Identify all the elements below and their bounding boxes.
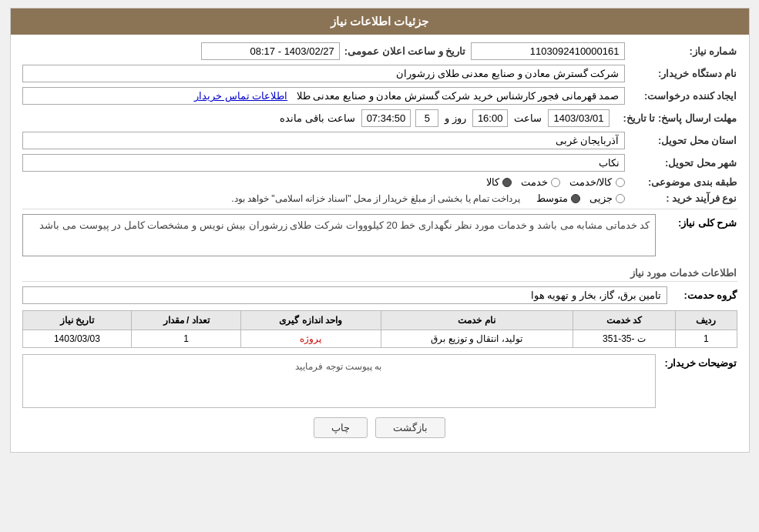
buyer-notes-placeholder: به پیوست توجه فرمایید [26, 358, 652, 372]
row-category: طبقه بندی موضوعی: کالا/خدمت خدمت کالا [22, 176, 737, 188]
row-purchase-type: نوع فرآیند خرید : جزیی متوسط پرداخت تمام… [22, 192, 737, 204]
col-header-row: ردیف [676, 311, 737, 330]
row-province: استان محل تحویل: آذربایجان غربی [22, 132, 737, 149]
need-number-value: 1103092410000161 [471, 42, 625, 60]
service-group-row: گروه حدمت: تامین برق، گاز، بخار و تهویه … [22, 286, 737, 304]
creator-label: ایجاد کننده درخواست: [630, 90, 737, 102]
category-label: طبقه بندی موضوعی: [630, 176, 737, 188]
cell-date: 1403/03/03 [22, 330, 132, 348]
col-header-date: تاریخ نیاز [22, 311, 132, 330]
category-khedmat-radio [551, 178, 560, 187]
province-value: آذربایجان غربی [22, 132, 625, 149]
purchase-motavaset-option: متوسط [536, 192, 580, 204]
service-group-value: تامین برق، گاز، بخار و تهویه هوا [22, 286, 667, 304]
purchase-type-note: پرداخت تمام یا بخشی از مبلغ خریدار از مح… [231, 193, 520, 204]
back-button[interactable]: بازگشت [375, 417, 445, 438]
announcement-label: تاریخ و ساعت اعلان عمومی: [344, 45, 466, 57]
purchase-type-label: نوع فرآیند خرید : [630, 192, 737, 204]
print-button[interactable]: چاپ [314, 417, 368, 438]
category-kala-radio [502, 178, 512, 187]
services-section-title: اطلاعات خدمات مورد نیاز [22, 267, 737, 282]
col-header-qty: تعداد / مقدار [132, 311, 241, 330]
service-group-label: گروه حدمت: [672, 289, 737, 301]
cell-code: ت -35-351 [573, 330, 676, 348]
category-kala-khedmat-radio [616, 178, 625, 187]
purchase-type-radio-group: جزیی متوسط پرداخت تمام یا بخشی از مبلغ خ… [231, 192, 624, 204]
page-header: جزئیات اطلاعات نیاز [11, 8, 749, 35]
category-kala-khedmat-option: کالا/خدمت [569, 176, 625, 188]
deadline-days-label: روز و [445, 112, 466, 124]
buyer-name-label: نام دستگاه خریدار: [630, 68, 737, 79]
table-row: 1 ت -35-351 تولید، انتقال و توزیع برق پر… [22, 330, 737, 348]
purchase-motavaset-radio [571, 194, 580, 203]
cell-unit: پروژه [241, 330, 381, 348]
purchase-motavaset-label: متوسط [536, 192, 568, 204]
deadline-label: مهلت ارسال پاسخ: تا تاریخ: [614, 112, 737, 124]
divider-1 [22, 209, 737, 209]
col-header-code: کد خدمت [573, 311, 676, 330]
page-title: جزئیات اطلاعات نیاز [331, 15, 428, 28]
buyer-notes-label: توضیحات خریدار: [660, 354, 737, 369]
col-header-name: نام خدمت [381, 311, 573, 330]
category-kala-option: کالا [486, 176, 512, 188]
purchase-jazei-option: جزیی [589, 192, 625, 204]
deadline-time: 16:00 [472, 109, 509, 127]
buyer-notes-box: به پیوست توجه فرمایید [22, 354, 656, 408]
buyer-name-value: شرکت گسترش معادن و صنایع معدنی طلای زرشو… [22, 65, 625, 82]
row-deadline: مهلت ارسال پاسخ: تا تاریخ: 1403/03/01 سا… [22, 109, 737, 127]
cell-row: 1 [676, 330, 737, 348]
category-khedmat-label: خدمت [521, 176, 548, 188]
cell-name: تولید، انتقال و توزیع برق [381, 330, 573, 348]
category-kala-khedmat-label: کالا/خدمت [569, 176, 613, 188]
row-buyer-name: نام دستگاه خریدار: شرکت گسترش معادن و صن… [22, 65, 737, 82]
creator-value: صمد قهرمانی فجور کارشناس خرید شرکت گسترش… [22, 87, 625, 105]
main-container: جزئیات اطلاعات نیاز شماره نیاز: 11030924… [10, 8, 750, 453]
description-value: کد خدماتی مشابه می باشد و خدمات مورد نظر… [22, 214, 656, 256]
description-section: شرح کلی نیاز: کد خدماتی مشابه می باشد و … [22, 214, 737, 259]
deadline-time-label: ساعت [514, 112, 542, 124]
deadline-remaining: 07:34:50 [361, 109, 411, 127]
city-value: نکاب [22, 154, 625, 172]
row-city: شهر محل تحویل: نکاب [22, 154, 737, 172]
buyer-notes-section: توضیحات خریدار: به پیوست توجه فرمایید [22, 354, 737, 408]
category-radio-group: کالا/خدمت خدمت کالا [486, 176, 625, 188]
deadline-days: 5 [415, 109, 438, 127]
description-label: شرح کلی نیاز: [660, 214, 737, 229]
purchase-jazei-radio [616, 194, 625, 203]
button-row: بازگشت چاپ [22, 417, 737, 438]
table-header-row: ردیف کد خدمت نام خدمت واحد اندازه گیری ت… [22, 311, 737, 330]
col-header-unit: واحد اندازه گیری [241, 311, 381, 330]
need-number-label: شماره نیاز: [630, 45, 737, 57]
service-table: ردیف کد خدمت نام خدمت واحد اندازه گیری ت… [22, 310, 737, 348]
creator-contact-link[interactable]: اطلاعات تماس خریدار [194, 90, 287, 102]
cell-qty: 1 [132, 330, 241, 348]
purchase-jazei-label: جزیی [589, 192, 613, 204]
announcement-value: 1403/02/27 - 08:17 [201, 42, 340, 60]
content-area: شماره نیاز: 1103092410000161 تاریخ و ساع… [11, 35, 749, 452]
deadline-date: 1403/03/01 [548, 109, 609, 127]
category-khedmat-option: خدمت [521, 176, 560, 188]
row-need-number: شماره نیاز: 1103092410000161 تاریخ و ساع… [22, 42, 737, 60]
city-label: شهر محل تحویل: [630, 157, 737, 169]
row-creator: ایجاد کننده درخواست: صمد قهرمانی فجور کا… [22, 87, 737, 105]
category-kala-label: کالا [486, 176, 499, 188]
deadline-remaining-label: ساعت باقی مانده [280, 112, 354, 124]
province-label: استان محل تحویل: [630, 135, 737, 146]
